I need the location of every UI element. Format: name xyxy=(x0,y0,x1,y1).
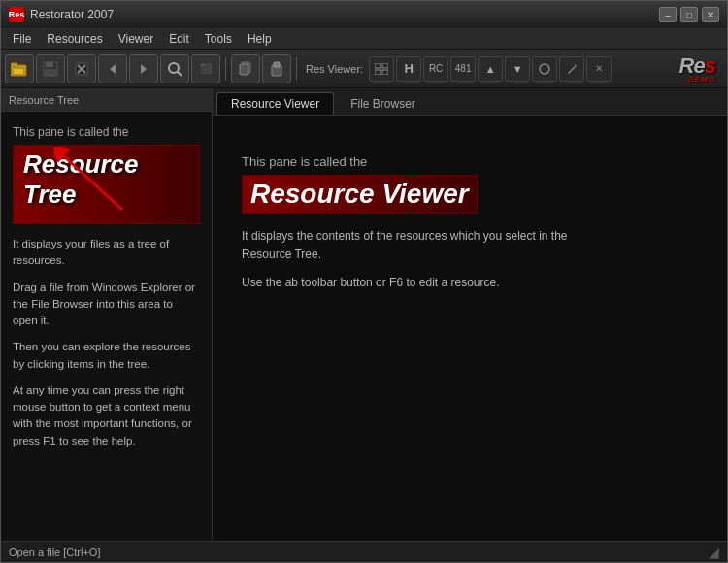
rv-btn-circle[interactable] xyxy=(532,56,557,82)
toolbar-sep-1 xyxy=(225,57,226,81)
status-text: Open a file [Ctrl+O] xyxy=(9,546,100,558)
rv-btn-up[interactable]: ▲ xyxy=(478,56,503,82)
left-panel-para-1: It displays your files as a tree of reso… xyxy=(13,236,200,270)
resource-tree-title-wrapper: Resource Tree xyxy=(13,145,200,224)
minimize-button[interactable]: – xyxy=(659,7,677,22)
title-bar-left: Res Restorator 2007 xyxy=(9,7,114,22)
rv-btn-grid[interactable] xyxy=(369,56,394,82)
toolbar-new-button[interactable] xyxy=(5,54,34,83)
svg-rect-17 xyxy=(375,63,381,68)
menu-file[interactable]: File xyxy=(5,30,39,48)
left-panel: Resource Tree This pane is called the Re… xyxy=(1,88,213,541)
resource-viewer-title-wrapper: Resource Viewer xyxy=(242,175,478,214)
title-bar: Res Restorator 2007 – □ ✕ xyxy=(1,1,727,28)
toolbar-copy-button[interactable] xyxy=(231,54,260,83)
svg-rect-5 xyxy=(46,70,55,75)
rv-para-1: It displays the contents of the resource… xyxy=(242,227,572,264)
rv-para-2: Use the ab toolbar button or F6 to edit … xyxy=(242,274,500,292)
svg-marker-10 xyxy=(141,64,147,74)
toolbar-forward-button[interactable] xyxy=(129,54,158,83)
left-panel-para-3: Then you can explore the resources by cl… xyxy=(13,339,200,373)
tab-resource-viewer[interactable]: Resource Viewer xyxy=(216,92,334,115)
svg-rect-20 xyxy=(382,70,388,75)
left-panel-header-text: Resource Tree xyxy=(9,94,79,106)
toolbar-filter-button[interactable]: ⬛ xyxy=(191,54,220,83)
res-viewer-label: Res Viewer: xyxy=(306,63,363,75)
resource-tree-big-title: Resource Tree xyxy=(19,148,193,212)
app-window: Res Restorator 2007 – □ ✕ File Resources… xyxy=(0,0,728,563)
toolbar-sep-2 xyxy=(296,57,297,81)
rv-btn-pen[interactable] xyxy=(559,56,584,82)
toolbar-back-button[interactable] xyxy=(98,54,127,83)
svg-rect-2 xyxy=(13,68,24,75)
svg-rect-16 xyxy=(274,62,280,67)
svg-rect-18 xyxy=(382,63,388,68)
left-panel-subtitle: This pane is called the xyxy=(13,125,200,139)
resource-viewer-big-title: Resource Viewer xyxy=(250,179,469,209)
svg-marker-9 xyxy=(110,64,116,74)
title-bar-controls: – □ ✕ xyxy=(659,7,719,22)
toolbar: ⬛ Res Viewer: H RC 481 xyxy=(1,50,727,88)
menu-help[interactable]: Help xyxy=(240,30,280,48)
svg-rect-19 xyxy=(375,70,381,75)
status-corner: ◢ xyxy=(709,545,719,560)
rv-btn-num[interactable]: 481 xyxy=(450,56,476,82)
menu-edit[interactable]: Edit xyxy=(161,30,197,48)
left-panel-para-2: Drag a file from Windows Explorer or the… xyxy=(13,280,200,330)
toolbar-search-button[interactable] xyxy=(160,54,189,83)
menu-tools[interactable]: Tools xyxy=(197,30,240,48)
res-logo: Res DEMO xyxy=(679,53,723,83)
rv-btn-rc[interactable]: RC xyxy=(423,56,448,82)
right-panel-content: This pane is called the Resource Viewer … xyxy=(213,116,727,541)
left-panel-header: Resource Tree xyxy=(1,88,212,112)
tab-file-browser[interactable]: File Browser xyxy=(336,92,430,115)
app-icon: Res xyxy=(9,7,24,22)
rv-btn-extra[interactable]: ✕ xyxy=(586,56,612,82)
close-button[interactable]: ✕ xyxy=(702,7,719,22)
rv-subtitle: This pane is called the xyxy=(242,154,367,169)
right-panel: Resource Viewer File Browser This pane i… xyxy=(213,88,727,541)
svg-point-11 xyxy=(169,63,179,73)
svg-line-12 xyxy=(178,72,182,76)
svg-point-21 xyxy=(540,64,549,74)
status-bar: Open a file [Ctrl+O] ◢ xyxy=(1,541,727,562)
toolbar-close-button[interactable] xyxy=(67,54,96,83)
rv-btn-h[interactable]: H xyxy=(396,56,421,82)
menu-viewer[interactable]: Viewer xyxy=(111,30,161,48)
main-content: Resource Tree This pane is called the Re… xyxy=(1,88,727,541)
right-panel-tabs: Resource Viewer File Browser xyxy=(213,88,727,116)
rv-btn-down[interactable]: ▼ xyxy=(505,56,530,82)
left-panel-para-4: At any time you can press the right mous… xyxy=(13,382,200,449)
menu-bar: File Resources Viewer Edit Tools Help xyxy=(1,28,727,50)
left-panel-content: This pane is called the Resource Tree It… xyxy=(1,112,212,541)
svg-rect-1 xyxy=(11,63,17,66)
svg-rect-14 xyxy=(240,64,248,75)
menu-resources[interactable]: Resources xyxy=(39,30,110,48)
maximize-button[interactable]: □ xyxy=(680,7,698,22)
svg-rect-4 xyxy=(46,62,53,67)
title-text: Restorator 2007 xyxy=(30,8,114,21)
toolbar-save-button[interactable] xyxy=(36,54,65,83)
toolbar-paste-button[interactable] xyxy=(262,54,291,83)
